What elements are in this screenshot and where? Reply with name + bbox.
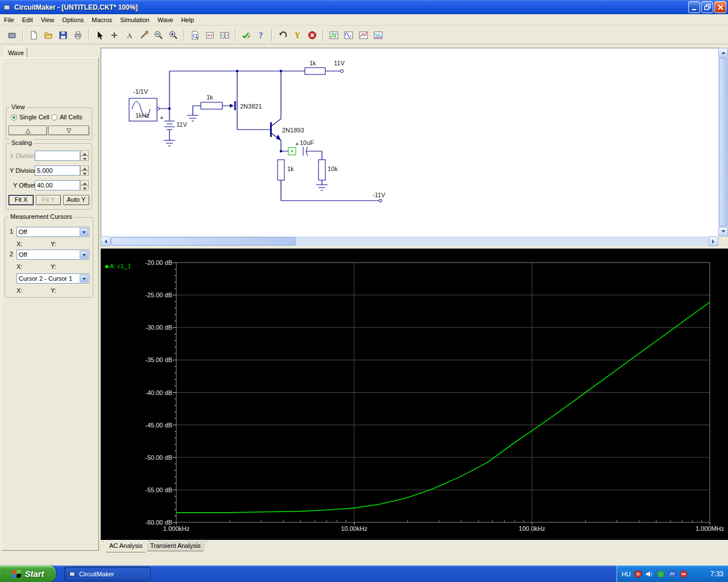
resistor-gate[interactable]: 1k <box>201 94 234 109</box>
spin-up-icon[interactable] <box>80 180 89 185</box>
alert-red-icon[interactable] <box>680 570 688 578</box>
tab-wave[interactable]: Wave <box>5 47 27 58</box>
scaling-group: Scaling X Division Y Division Y Offset F… <box>6 143 92 210</box>
scale-down-button[interactable]: ▽ <box>48 126 89 135</box>
bode-plot[interactable] <box>101 249 728 541</box>
menu-file[interactable]: File <box>0 14 18 26</box>
fit-y-button[interactable]: Fit Y <box>36 195 61 205</box>
undo-button[interactable] <box>276 28 289 42</box>
single-cell-radio[interactable] <box>11 114 17 120</box>
search-page-button[interactable] <box>188 28 202 42</box>
y-division-spinner[interactable] <box>80 165 89 176</box>
y-offset-input[interactable] <box>35 180 80 190</box>
scroll-left-button[interactable] <box>101 236 110 246</box>
menu-edit[interactable]: Edit <box>18 14 37 26</box>
spin-up-icon[interactable] <box>80 151 89 156</box>
resistor-drain[interactable]: 1k 11V <box>305 60 345 74</box>
schematic-canvas[interactable]: -1/1V 1kHz + 11V 1k 2N3821 1k <box>101 48 719 237</box>
vertical-scroll-thumb[interactable] <box>719 58 727 226</box>
scale-up-button[interactable]: △ <box>9 126 47 135</box>
waveform-square-button[interactable] <box>327 28 341 42</box>
trace-color-dot <box>105 265 109 268</box>
network-blue-icon[interactable] <box>668 570 676 578</box>
check-circuit-button[interactable] <box>239 28 253 42</box>
parts-bin-button[interactable] <box>5 28 19 42</box>
bjt-2n1893[interactable]: 2N1893 <box>270 119 304 140</box>
split-view-button[interactable] <box>218 28 231 42</box>
signal-source[interactable]: -1/1V 1kHz <box>129 88 159 121</box>
close-button[interactable] <box>714 1 726 13</box>
menu-help[interactable]: Help <box>177 14 198 26</box>
cursor-diff-select[interactable]: Cursor 2 - Cursor 1 <box>16 273 89 284</box>
schematic-view[interactable]: -1/1V 1kHz + 11V 1k 2N3821 1k <box>101 48 718 236</box>
language-indicator[interactable]: HU <box>622 571 631 577</box>
scroll-down-button[interactable] <box>718 227 728 236</box>
toolbar-separator <box>322 29 324 41</box>
y-offset-spinner[interactable] <box>80 180 89 190</box>
toolbar-separator <box>184 29 185 41</box>
cursor2-select[interactable]: Off <box>16 250 89 260</box>
fit-x-button[interactable]: Fit X <box>9 195 34 205</box>
menu-simulation[interactable]: Simulation <box>116 14 153 26</box>
battery[interactable]: + 11V <box>160 114 187 130</box>
save-file-button[interactable] <box>56 28 70 42</box>
zoom-in-button[interactable] <box>167 28 180 42</box>
waveform-scope-button[interactable] <box>357 28 370 42</box>
text-tool-button[interactable]: A <box>122 28 136 42</box>
y-division-input[interactable] <box>35 165 80 176</box>
horizontal-scroll-thumb[interactable] <box>111 237 296 246</box>
zoom-out-button[interactable] <box>152 28 166 42</box>
taskbar-app-circuitmaker[interactable]: CircuitMaker <box>64 567 151 581</box>
volume-icon[interactable] <box>646 570 653 578</box>
cursor2-label: 2 <box>10 251 13 257</box>
cursor1-select[interactable]: Off <box>16 227 89 237</box>
menu-wave[interactable]: Wave <box>154 14 177 26</box>
resistor-emitter[interactable]: 1k <box>278 160 294 180</box>
tab-ac-analysis[interactable]: AC Analysis <box>103 541 149 552</box>
antivirus-shield-icon[interactable] <box>634 570 642 578</box>
resistor-load[interactable]: 10k <box>318 160 338 180</box>
spin-down-icon[interactable] <box>80 171 89 176</box>
vertical-scrollbar[interactable] <box>718 48 728 236</box>
tab-transient-analysis[interactable]: Transient Analysis <box>144 541 207 551</box>
scroll-right-button[interactable] <box>709 236 718 246</box>
auto-y-button[interactable]: Auto Y <box>63 195 89 205</box>
taskbar-clock[interactable]: 7:33 <box>710 570 723 578</box>
menu-view[interactable]: View <box>37 14 59 26</box>
scroll-up-button[interactable] <box>718 48 728 57</box>
waveform-sine-button[interactable] <box>342 28 355 42</box>
restore-button[interactable] <box>701 1 713 13</box>
help-button[interactable]: ? <box>254 28 268 42</box>
messenger-green-icon[interactable] <box>657 570 665 578</box>
cursor2-value: Off <box>19 251 27 258</box>
dropdown-arrow-icon[interactable] <box>80 275 88 282</box>
new-file-icon <box>29 31 38 40</box>
dropdown-arrow-icon[interactable] <box>80 228 88 236</box>
menu-options[interactable]: Options <box>58 14 88 26</box>
print-button[interactable] <box>71 28 85 42</box>
stop-simulation-button[interactable] <box>305 28 319 42</box>
save-file-icon <box>59 31 68 40</box>
fit-page-button[interactable] <box>203 28 217 42</box>
spin-up-icon[interactable] <box>80 165 89 171</box>
spin-down-icon[interactable] <box>80 156 89 161</box>
start-button[interactable]: Start <box>0 566 56 582</box>
x-division-spinner[interactable] <box>80 151 89 161</box>
jfet-2n3821[interactable]: 2N3821 <box>234 101 262 110</box>
new-file-button[interactable] <box>27 28 40 42</box>
wire-tool-button[interactable] <box>137 28 151 42</box>
waveform-dual-button[interactable] <box>371 28 385 42</box>
menu-macros[interactable]: Macros <box>88 14 116 26</box>
horizontal-scrollbar[interactable] <box>101 236 718 246</box>
select-cursor-button[interactable] <box>93 28 106 42</box>
spin-down-icon[interactable] <box>80 185 89 190</box>
minimize-button[interactable] <box>688 1 700 13</box>
label-battery-plus: + <box>160 114 163 121</box>
capacitor-coupling[interactable]: + 10uF <box>288 139 314 156</box>
open-file-button[interactable] <box>42 28 55 42</box>
x-division-input[interactable] <box>35 151 80 161</box>
dropdown-arrow-icon[interactable] <box>80 251 88 259</box>
connectivity-button[interactable]: Y <box>291 28 304 42</box>
all-cells-radio[interactable] <box>51 114 57 120</box>
add-part-button[interactable] <box>107 28 121 42</box>
